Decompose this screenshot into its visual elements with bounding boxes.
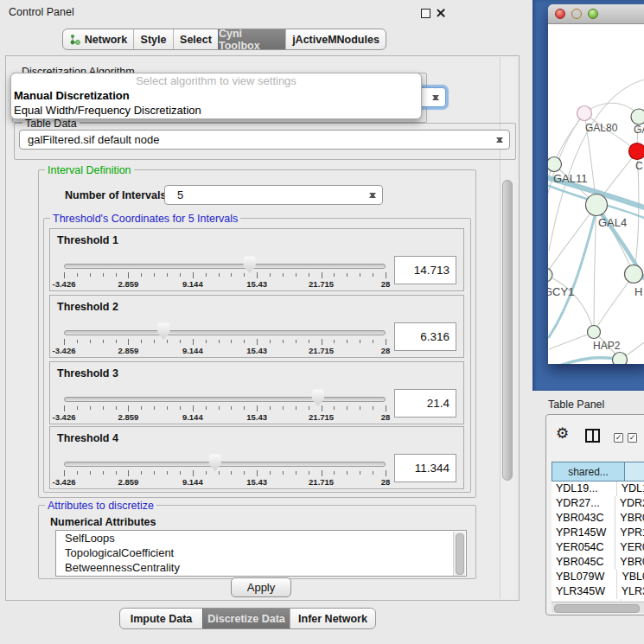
table-row[interactable]: YPR145WYPR1 [552, 526, 644, 540]
network-node[interactable] [586, 194, 608, 216]
network-node[interactable] [625, 265, 643, 284]
table-row[interactable]: YBR045CYBR0 [552, 555, 644, 570]
table-cell[interactable]: YDR27... [552, 496, 615, 511]
tab-infer-network[interactable]: Infer Network [290, 609, 375, 628]
attribute-list-item[interactable]: TopologicalCoefficient [56, 545, 466, 560]
slider-thumb[interactable] [243, 256, 257, 273]
network-node[interactable] [577, 106, 592, 121]
attribute-list-item[interactable]: SelfLoops [56, 531, 466, 545]
table-row[interactable]: YLR345WYLR3 [552, 584, 644, 599]
number-of-intervals-combobox[interactable]: 5 [164, 185, 383, 205]
table-data-combobox[interactable]: galFiltered.sif default node [19, 130, 510, 150]
slider-track[interactable] [64, 397, 386, 402]
table-column-header[interactable]: shared... [552, 462, 625, 481]
tab-discretize-data[interactable]: Discretize Data [202, 609, 290, 628]
table-row[interactable]: YER054CYER0 [552, 540, 644, 555]
threshold-value-field[interactable]: 11.344 [394, 454, 456, 482]
dropdown-item[interactable]: Manual Discretization [11, 88, 421, 103]
network-node[interactable] [629, 143, 644, 160]
table-cell[interactable]: YBR045C [552, 555, 615, 570]
numerical-attributes-list[interactable]: SelfLoopsTopologicalCoefficientBetweenne… [55, 530, 467, 577]
scrollbar-thumb[interactable] [502, 180, 513, 481]
float-panel-icon[interactable] [421, 9, 430, 18]
attributes-list-scrollbar[interactable] [453, 532, 465, 576]
slider-thumb[interactable] [156, 322, 170, 340]
slider-tick [180, 471, 181, 475]
slider-tick [206, 471, 207, 475]
table-cell[interactable]: YER054C [552, 540, 615, 555]
slider-tick-label: -3.426 [53, 279, 76, 289]
checkbox-icon[interactable]: ✓ [628, 433, 637, 443]
zoom-traffic-light-icon[interactable] [588, 9, 598, 19]
table-cell[interactable]: YIL0 [622, 599, 644, 601]
network-edge [554, 113, 584, 164]
table-cell[interactable]: YBL079W [552, 570, 617, 584]
network-node[interactable] [548, 157, 562, 172]
table-cell[interactable]: YBR0 [615, 555, 644, 570]
network-node[interactable] [588, 326, 601, 339]
table-cell[interactable]: YPR145W [552, 526, 615, 540]
table-column-header[interactable]: na [625, 462, 644, 481]
slider-thumb[interactable] [311, 389, 325, 406]
scrollbar-thumb[interactable] [554, 604, 640, 613]
dropdown-item[interactable]: Equal Width/Frequency Discretization [11, 103, 421, 118]
tab-network[interactable]: Network [63, 29, 133, 49]
table-cell[interactable]: YPR1 [615, 526, 644, 540]
close-panel-icon[interactable] [436, 8, 446, 18]
scrollbar-thumb[interactable] [456, 533, 464, 575]
gear-icon[interactable]: ⚙ [556, 426, 569, 441]
slider-tick [167, 273, 168, 277]
table-row[interactable]: YDL19...YDL1 [552, 481, 644, 496]
slider-track[interactable] [64, 330, 386, 335]
table-cell[interactable]: YDL19... [552, 481, 617, 496]
attribute-list-item[interactable]: BetweennessCentrality [56, 560, 466, 575]
slider-tick-label: 9.144 [182, 346, 203, 355]
table-cell[interactable]: YER0 [615, 540, 644, 555]
network-node[interactable] [631, 109, 644, 124]
checkbox-icon[interactable]: ✓ [614, 433, 623, 443]
table-cell[interactable]: YLR3 [617, 584, 644, 599]
table-cell[interactable]: YDR2 [615, 496, 644, 511]
tab-label: Discretize Data [207, 613, 285, 625]
table-row[interactable]: YIL052CYIL0 [552, 599, 644, 601]
slider-tick [193, 272, 194, 278]
network-edge [549, 80, 644, 251]
table-cell[interactable]: YBR0 [615, 511, 644, 526]
threshold-value-field[interactable]: 6.316 [394, 322, 456, 351]
apply-button[interactable]: Apply [231, 577, 291, 597]
table-cell[interactable]: YDL1 [617, 481, 644, 496]
table-row[interactable]: YDR27...YDR2 [552, 496, 644, 511]
threshold-value-field[interactable]: 14.713 [394, 256, 456, 284]
threshold-value-field[interactable]: 21.4 [394, 389, 456, 418]
slider-tick [270, 340, 271, 343]
tab-impute-data[interactable]: Impute Data [120, 609, 202, 628]
table-cell[interactable]: YIL052C [552, 599, 622, 601]
table-row[interactable]: YBR043CYBR0 [552, 511, 644, 526]
slider-tick-label: 28 [381, 477, 391, 487]
network-window-titlebar[interactable] [548, 4, 644, 24]
column-layout-icon[interactable] [585, 429, 600, 443]
table-cell[interactable]: YLR345W [552, 584, 617, 599]
network-node-label: GAL4 [598, 216, 627, 229]
tab-style[interactable]: Style [133, 29, 173, 49]
slider-tick-label: 9.144 [182, 412, 203, 422]
close-traffic-light-icon[interactable] [555, 9, 565, 19]
slider-track[interactable] [64, 264, 386, 269]
slider-track[interactable] [64, 462, 386, 467]
tab-label: Style [141, 34, 167, 46]
table-cell[interactable]: YBL0 [617, 570, 644, 584]
network-node[interactable] [613, 353, 628, 365]
table-cell[interactable]: YBR043C [552, 511, 615, 526]
minimize-traffic-light-icon[interactable] [571, 9, 582, 19]
tab-cyni-toolbox[interactable]: Cyni Toolbox [218, 29, 285, 49]
table-horizontal-scrollbar[interactable] [552, 602, 644, 613]
slider-tick [360, 471, 360, 475]
network-node[interactable] [548, 268, 552, 282]
tab-select[interactable]: Select [173, 29, 218, 49]
slider-tick-label: 15.43 [246, 279, 267, 289]
slider-thumb[interactable] [208, 454, 222, 471]
table-row[interactable]: YBL079WYBL0 [552, 570, 644, 584]
tab-jactivemnodules[interactable]: jActiveMNodules [285, 29, 386, 49]
network-canvas[interactable]: GAL80GACGAL11GAL4GCY1HHAP2 [548, 24, 644, 364]
slider-tick-label: 2.859 [118, 477, 139, 487]
